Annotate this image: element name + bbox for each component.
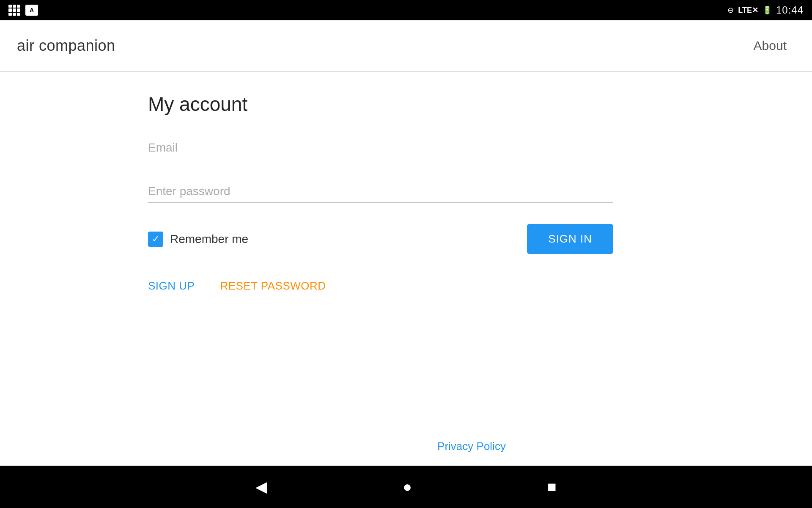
login-form: ✓ Remember me SIGN IN SIGN UP RESET PASS… bbox=[148, 137, 613, 318]
app-bar: air companion About bbox=[0, 20, 812, 71]
privacy-container: Privacy Policy bbox=[148, 318, 795, 466]
app-icon: A bbox=[25, 5, 38, 16]
sign-in-button[interactable]: SIGN IN bbox=[527, 224, 613, 254]
back-button[interactable]: ◀ bbox=[255, 478, 267, 496]
status-bar: A ⊖ LTE✕ 🔋 10:44 bbox=[0, 0, 812, 20]
remember-left: ✓ Remember me bbox=[148, 232, 248, 247]
links-row: SIGN UP RESET PASSWORD bbox=[148, 279, 613, 293]
checkmark-icon: ✓ bbox=[152, 235, 159, 244]
status-bar-right: ⊖ LTE✕ 🔋 10:44 bbox=[727, 4, 804, 16]
page-title: My account bbox=[148, 93, 795, 116]
nav-bar: ◀ ● ■ bbox=[0, 466, 812, 508]
main-content: My account ✓ Remember me SIGN IN SIGN UP… bbox=[0, 72, 812, 466]
dnd-icon: ⊖ bbox=[727, 6, 734, 15]
sign-up-link[interactable]: SIGN UP bbox=[148, 279, 195, 293]
app-grid-icon bbox=[8, 5, 20, 16]
privacy-policy-link[interactable]: Privacy Policy bbox=[437, 440, 506, 453]
app-title: air companion bbox=[17, 37, 115, 55]
remember-row: ✓ Remember me SIGN IN bbox=[148, 224, 613, 254]
remember-me-label: Remember me bbox=[170, 232, 248, 246]
remember-me-checkbox[interactable]: ✓ bbox=[148, 232, 163, 247]
status-bar-left: A bbox=[8, 5, 38, 16]
recents-button[interactable]: ■ bbox=[547, 478, 557, 496]
password-input[interactable] bbox=[148, 180, 613, 203]
email-input[interactable] bbox=[148, 137, 613, 159]
status-time: 10:44 bbox=[776, 4, 804, 16]
reset-password-link[interactable]: RESET PASSWORD bbox=[220, 279, 326, 293]
about-link[interactable]: About bbox=[745, 34, 795, 57]
home-button[interactable]: ● bbox=[403, 478, 412, 496]
battery-icon: 🔋 bbox=[763, 6, 772, 15]
lte-icon: LTE✕ bbox=[738, 6, 758, 15]
